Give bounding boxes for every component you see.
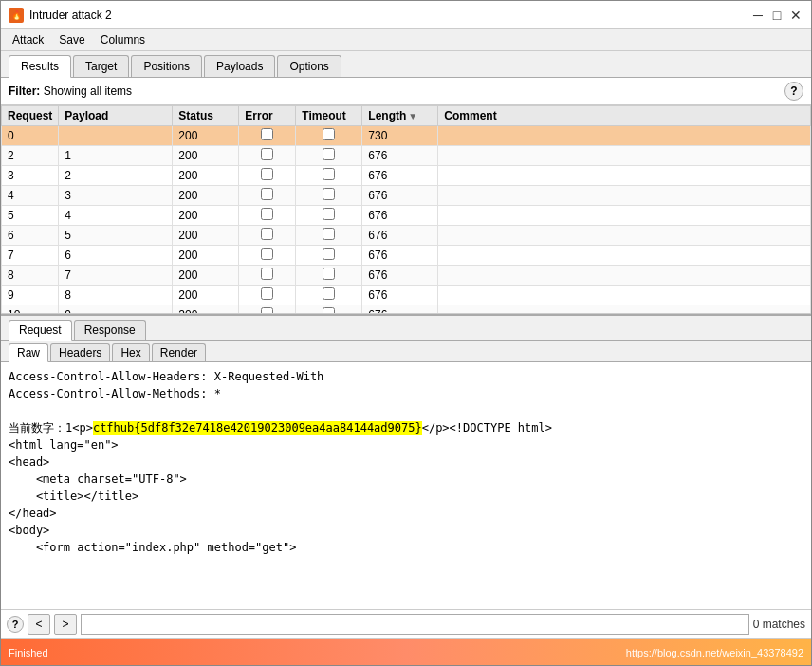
table-cell	[296, 246, 362, 266]
table-checkbox[interactable]	[261, 188, 273, 200]
table-checkbox[interactable]	[261, 248, 273, 260]
table-row[interactable]: 32200676	[2, 166, 811, 186]
table-checkbox[interactable]	[323, 307, 335, 314]
menu-attack[interactable]: Attack	[5, 31, 51, 48]
table-checkbox[interactable]	[323, 268, 335, 280]
main-window: 🔥 Intruder attack 2 ─ □ ✕ Attack Save Co…	[0, 0, 812, 666]
table-checkbox[interactable]	[261, 307, 273, 314]
sort-arrow-icon: ▼	[408, 111, 417, 121]
table-row[interactable]: 76200676	[2, 246, 811, 266]
table-cell	[239, 126, 296, 146]
main-tabs: Results Target Positions Payloads Option…	[1, 51, 811, 78]
tab-positions[interactable]: Positions	[131, 55, 202, 77]
table-row[interactable]: 54200676	[2, 206, 811, 226]
menu-columns[interactable]: Columns	[93, 31, 153, 48]
table-checkbox[interactable]	[261, 268, 273, 280]
close-button[interactable]: ✕	[788, 8, 803, 23]
table-cell: 4	[2, 186, 59, 206]
table-cell: 676	[362, 286, 438, 305]
table-checkbox[interactable]	[323, 148, 335, 160]
col-header-request[interactable]: Request	[2, 106, 59, 126]
sub-tab2-headers[interactable]: Headers	[50, 343, 110, 361]
table-cell: 200	[173, 166, 239, 186]
table-cell: 4	[59, 206, 173, 226]
filter-label: Filter: Showing all items	[9, 84, 132, 98]
table-cell: 676	[362, 166, 438, 186]
table-cell	[438, 166, 811, 186]
minimize-button[interactable]: ─	[750, 8, 766, 23]
table-checkbox[interactable]	[261, 148, 273, 160]
table-row[interactable]: 98200676	[2, 286, 811, 305]
prev-match-button[interactable]: <	[28, 614, 50, 635]
table-cell: 676	[362, 206, 438, 226]
help-button[interactable]: ?	[784, 82, 803, 101]
table-cell: 9	[2, 286, 59, 305]
response-content: Access-Control-Allow-Headers: X-Requeste…	[1, 362, 811, 609]
tab-results[interactable]: Results	[9, 55, 71, 78]
sub-tab-response[interactable]: Response	[74, 320, 146, 340]
status-left-text: Finished	[9, 647, 48, 658]
title-bar: 🔥 Intruder attack 2 ─ □ ✕	[1, 1, 811, 29]
col-header-status[interactable]: Status	[173, 106, 239, 126]
table-row[interactable]: 0200730	[2, 126, 811, 146]
table-row[interactable]: 87200676	[2, 266, 811, 286]
table-cell	[239, 286, 296, 305]
table-cell	[296, 286, 362, 305]
tab-options[interactable]: Options	[277, 55, 341, 77]
table-row[interactable]: 43200676	[2, 186, 811, 206]
table-cell	[438, 226, 811, 246]
table-cell	[239, 266, 296, 286]
table-checkbox[interactable]	[261, 128, 273, 140]
table-checkbox[interactable]	[261, 228, 273, 240]
content-line-8: <title></title>	[9, 488, 803, 505]
table-checkbox[interactable]	[261, 208, 273, 220]
tab-target[interactable]: Target	[73, 55, 129, 77]
sub-tab2-hex[interactable]: Hex	[112, 343, 149, 361]
table-cell	[296, 206, 362, 226]
maximize-button[interactable]: □	[769, 8, 784, 23]
col-header-timeout[interactable]: Timeout	[296, 106, 362, 126]
col-header-error[interactable]: Error	[239, 106, 296, 126]
table-row[interactable]: 109200676	[2, 305, 811, 315]
results-table-container[interactable]: Request Payload Status Error Timeout Len…	[1, 105, 811, 314]
table-checkbox[interactable]	[323, 287, 335, 300]
table-cell: 6	[59, 246, 173, 266]
col-header-payload[interactable]: Payload	[59, 106, 173, 126]
filter-value: Showing all items	[44, 84, 132, 98]
table-checkbox[interactable]	[323, 168, 335, 180]
search-input[interactable]	[81, 614, 749, 635]
table-cell: 8	[2, 266, 59, 286]
table-checkbox[interactable]	[323, 228, 335, 240]
next-match-button[interactable]: >	[54, 614, 77, 635]
col-header-length[interactable]: Length ▼	[362, 106, 438, 126]
table-checkbox[interactable]	[323, 208, 335, 220]
table-checkbox[interactable]	[323, 188, 335, 200]
table-checkbox[interactable]	[323, 248, 335, 260]
sub-tab-request[interactable]: Request	[9, 320, 72, 341]
table-row[interactable]: 65200676	[2, 226, 811, 246]
sub-tab2-raw[interactable]: Raw	[9, 343, 48, 362]
status-right-text: https://blog.csdn.net/weixin_43378492	[626, 647, 803, 658]
search-help-button[interactable]: ?	[7, 616, 24, 633]
search-bar: ? < > 0 matches	[1, 609, 811, 638]
app-icon: 🔥	[9, 8, 24, 23]
table-cell: 7	[59, 266, 173, 286]
table-checkbox[interactable]	[323, 128, 335, 140]
table-cell: 200	[173, 146, 239, 166]
tab-payloads[interactable]: Payloads	[204, 55, 275, 77]
col-header-comment[interactable]: Comment	[438, 106, 811, 126]
table-row[interactable]: 21200676	[2, 146, 811, 166]
menu-save[interactable]: Save	[51, 31, 92, 48]
table-cell: 6	[2, 226, 59, 246]
table-header-row: Request Payload Status Error Timeout Len…	[2, 106, 811, 126]
table-cell	[239, 146, 296, 166]
content-line-6: <head>	[9, 453, 803, 471]
content-line-9: </head>	[9, 505, 803, 522]
content-line-1: Access-Control-Allow-Headers: X-Requeste…	[9, 368, 803, 385]
table-cell: 5	[2, 206, 59, 226]
table-checkbox[interactable]	[261, 168, 273, 180]
table-cell	[239, 166, 296, 186]
table-cell	[296, 186, 362, 206]
sub-tab2-render[interactable]: Render	[152, 343, 206, 361]
table-checkbox[interactable]	[261, 287, 273, 300]
